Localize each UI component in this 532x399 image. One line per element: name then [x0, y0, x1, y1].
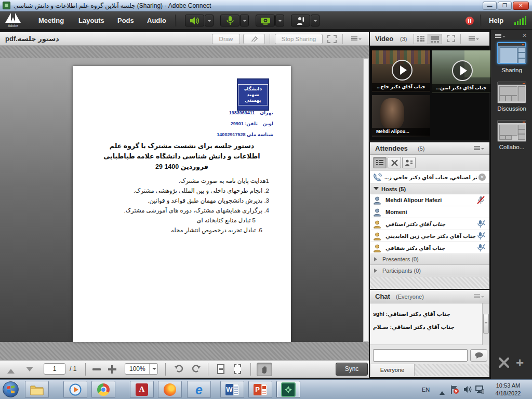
microphone-dropdown[interactable]: [240, 15, 249, 26]
webcam-dropdown[interactable]: [275, 15, 284, 26]
raise-hand-button[interactable]: [291, 15, 310, 26]
video-thumbnail[interactable]: Mehdi Alipou...: [372, 95, 430, 137]
video-thumbnail[interactable]: ...جناب آقاي دكتر اصن: [432, 50, 490, 93]
taskbar-media-player-icon[interactable]: [63, 381, 87, 398]
participants-group-header[interactable]: Participants (0): [370, 265, 489, 276]
fit-page-icon[interactable]: [234, 364, 241, 374]
microphone-button[interactable]: [220, 15, 240, 26]
sync-button[interactable]: Sync: [336, 363, 368, 376]
pointer-tool-button[interactable]: [243, 34, 265, 44]
taskbar-explorer-icon[interactable]: [25, 381, 49, 398]
fit-width-icon[interactable]: [217, 364, 224, 374]
chat-pod-menu-icon[interactable]: [474, 294, 484, 301]
rotate-left-icon[interactable]: [174, 364, 184, 376]
taskbar-firefox-icon[interactable]: [158, 381, 182, 398]
university-logo: دانشگاه شهید بهشتی: [237, 78, 269, 111]
menu-layouts[interactable]: Layouts: [78, 11, 104, 30]
attendee-row[interactable]: جناب آقاي دكتر شقاقي: [370, 242, 489, 254]
pdf-scrollbar[interactable]: [363, 58, 369, 342]
play-overlay-icon[interactable]: [452, 60, 473, 81]
taskbar-adobe-connect-icon[interactable]: [276, 381, 300, 398]
close-button[interactable]: ✕: [513, 2, 529, 10]
add-pod-icon[interactable]: +: [516, 356, 524, 369]
next-page-icon[interactable]: [26, 367, 33, 375]
speaker-button[interactable]: [185, 15, 204, 26]
taskbar-ie-icon[interactable]: e: [187, 381, 211, 398]
close-phone-row-icon[interactable]: ✕: [478, 174, 486, 181]
taskbar-acrobat-icon[interactable]: A: [130, 381, 154, 398]
zoom-level-select[interactable]: 100%: [125, 363, 158, 375]
layout-bar-menu-icon[interactable]: [495, 33, 506, 41]
restore-button[interactable]: ❐: [498, 2, 512, 10]
attendee-row[interactable]: Mehdi Alipour Hafezi: [370, 194, 489, 206]
layout-collaboration-label: Collabo...: [491, 144, 532, 150]
video-fullscreen-icon[interactable]: [447, 35, 455, 44]
recording-indicator-icon[interactable]: [466, 17, 474, 25]
zoom-out-icon[interactable]: [92, 368, 101, 370]
layout-collaboration-thumbnail[interactable]: [497, 120, 526, 142]
layout-discussion-label: Discussion: [491, 105, 532, 112]
agenda-item: 2. انجام طرحهای داخلی و بین المللی پژوهش…: [134, 186, 269, 196]
window-titlebar: جلسه آنلاين گروه علم اطلاعات و دانش شناس…: [0, 0, 532, 11]
speaker-dropdown[interactable]: [205, 15, 214, 26]
layout-bar-close-icon[interactable]: ✕: [522, 32, 527, 39]
chat-tab-everyone[interactable]: Everyone: [370, 364, 415, 376]
tray-show-hidden-icons[interactable]: [440, 389, 445, 395]
host-avatar-icon: [373, 196, 381, 205]
webcam-button[interactable]: [256, 15, 275, 26]
filmstrip-view-icon[interactable]: [428, 34, 442, 44]
agenda-item: 4. برگزاری همایشهای مشترک، دوره های آموز…: [124, 206, 269, 216]
menu-meeting[interactable]: Meeting: [38, 11, 64, 30]
expand-arrow-icon: [374, 257, 379, 261]
fullscreen-icon[interactable]: [327, 35, 337, 45]
tray-network-icon[interactable]: [475, 385, 484, 396]
host-avatar-icon: [373, 220, 381, 229]
send-message-button[interactable]: [470, 349, 487, 362]
hand-tool-button[interactable]: [257, 363, 272, 376]
chat-scrollbar[interactable]: [482, 303, 489, 345]
tray-language-indicator[interactable]: EN: [422, 380, 430, 399]
tray-clock[interactable]: 10:53 AM 4/18/2022: [487, 382, 529, 397]
previous-page-icon[interactable]: [7, 365, 15, 374]
layout-discussion-thumbnail[interactable]: [497, 82, 526, 103]
hand-icon: [260, 365, 269, 374]
video-pod-menu-icon[interactable]: [469, 36, 479, 43]
start-button[interactable]: [3, 381, 19, 397]
share-pod-menu-icon[interactable]: [351, 36, 362, 43]
draw-button[interactable]: Draw: [212, 34, 240, 44]
attendee-status-view-icon[interactable]: [402, 157, 416, 168]
phone-conference-row[interactable]: ...جناب آقاي دكتر اصنافي, جناب آقاي دكتر…: [370, 171, 489, 184]
play-overlay-icon[interactable]: [392, 60, 413, 81]
tray-volume-icon[interactable]: [463, 385, 472, 395]
minimize-button[interactable]: ▬: [483, 2, 497, 10]
pods-tools-icon[interactable]: [498, 357, 510, 370]
chat-scrollbar-thumb[interactable]: [483, 314, 489, 334]
video-thumbnail[interactable]: ...جناب آقاي دكتر حاج: [372, 50, 430, 92]
rotate-right-icon[interactable]: [191, 364, 202, 376]
menu-audio[interactable]: Audio: [147, 11, 166, 30]
stop-sharing-button[interactable]: Stop Sharing: [275, 34, 323, 44]
attendee-row[interactable]: جناب آقاي دكتر حاجي زين العابديني: [370, 230, 489, 242]
zoom-in-icon[interactable]: [108, 365, 116, 374]
menu-pods[interactable]: Pods: [117, 11, 134, 30]
video-participant-label: ...جناب آقاي دكتر حاج: [372, 83, 430, 91]
connection-strength-icon[interactable]: [514, 16, 526, 25]
chat-input[interactable]: [373, 349, 468, 362]
tray-action-center-icon[interactable]: [450, 385, 459, 396]
taskbar-powerpoint-icon[interactable]: P: [248, 381, 272, 398]
layout-sharing-thumbnail[interactable]: [497, 42, 526, 64]
hosts-group-header[interactable]: Hosts (5): [370, 184, 489, 194]
attendee-row[interactable]: Momeni: [370, 206, 489, 218]
page-number-input[interactable]: 1: [44, 363, 65, 375]
taskbar-word-icon[interactable]: W: [220, 381, 244, 398]
attendee-name: Momeni: [385, 206, 407, 218]
breakout-view-icon[interactable]: [388, 157, 401, 168]
attendee-list-view-icon[interactable]: [373, 157, 387, 168]
presenters-group-header[interactable]: Presenters (0): [370, 254, 489, 265]
raise-hand-dropdown[interactable]: [311, 15, 320, 26]
taskbar-chrome-icon[interactable]: [91, 381, 115, 398]
attendee-row[interactable]: جناب آقاي دكتر اصنافي: [370, 218, 489, 230]
attendees-pod-menu-icon[interactable]: [474, 145, 484, 153]
grid-view-icon[interactable]: [414, 34, 428, 44]
menu-help[interactable]: Help: [489, 11, 503, 30]
